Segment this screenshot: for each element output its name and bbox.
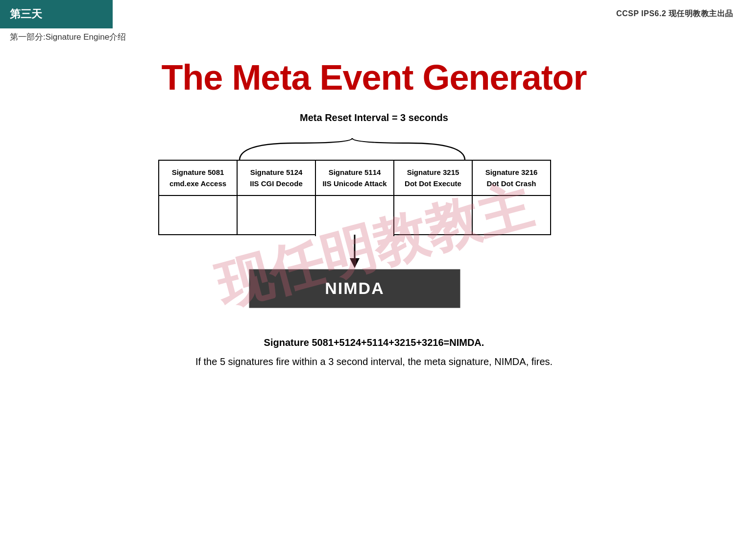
main-title: The Meta Event Generator bbox=[0, 57, 748, 97]
svg-rect-12 bbox=[472, 160, 551, 195]
svg-rect-16 bbox=[237, 195, 315, 235]
svg-rect-3 bbox=[237, 160, 315, 195]
svg-text:cmd.exe Access: cmd.exe Access bbox=[169, 179, 226, 188]
svg-rect-0 bbox=[159, 160, 237, 195]
header-row: 第三天 CCSP IPS6.2 现任明教教主出品 bbox=[0, 0, 748, 28]
svg-rect-19 bbox=[394, 195, 472, 235]
svg-text:IIS Unicode Attack: IIS Unicode Attack bbox=[322, 179, 387, 188]
bottom-text-2: If the 5 signatures fire within a 3 seco… bbox=[0, 356, 748, 367]
course-label: CCSP IPS6.2 现任明教教主出品 bbox=[616, 0, 733, 18]
diagram-container: Meta Reset Interval = 3 seconds Signatur… bbox=[0, 112, 748, 319]
meta-reset-label: Meta Reset Interval = 3 seconds bbox=[300, 112, 448, 123]
svg-text:Signature 5124: Signature 5124 bbox=[250, 168, 302, 176]
bottom-text-1: Signature 5081+5124+5114+3215+3216=NIMDA… bbox=[0, 337, 748, 348]
diagram-svg: Signature 5081 cmd.exe Access Signature … bbox=[154, 133, 595, 319]
header-left-panel: 第三天 bbox=[0, 0, 113, 28]
svg-text:Signature 3215: Signature 3215 bbox=[407, 168, 459, 176]
svg-text:Signature 5081: Signature 5081 bbox=[171, 168, 224, 176]
svg-text:Dot Dot Execute: Dot Dot Execute bbox=[405, 179, 461, 188]
subtitle-label: 第一部分:Signature Engine介绍 bbox=[10, 32, 126, 42]
svg-marker-25 bbox=[350, 258, 360, 268]
svg-rect-15 bbox=[159, 195, 237, 235]
day-label: 第三天 bbox=[10, 7, 103, 22]
svg-text:IIS CGI Decode: IIS CGI Decode bbox=[250, 179, 303, 188]
svg-rect-20 bbox=[472, 195, 551, 235]
svg-text:NIMDA: NIMDA bbox=[325, 279, 384, 297]
svg-text:Dot Dot Crash: Dot Dot Crash bbox=[486, 179, 536, 188]
svg-text:Signature 5114: Signature 5114 bbox=[328, 168, 381, 176]
svg-text:Signature 3216: Signature 3216 bbox=[485, 168, 537, 176]
svg-rect-6 bbox=[315, 160, 394, 195]
svg-rect-9 bbox=[394, 160, 472, 195]
